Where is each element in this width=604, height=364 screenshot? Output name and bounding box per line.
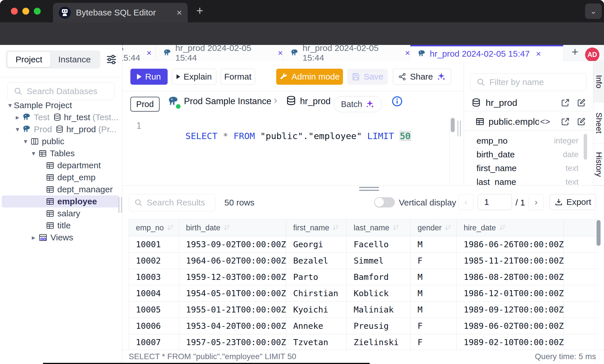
tree-item-dept-manager[interactable]: dept_manager [0,183,122,195]
browser-new-tab-button[interactable]: + [196,4,203,18]
column-header[interactable]: last_name [347,219,411,236]
editor-scrollbar-track[interactable] [449,117,456,185]
table-row[interactable]: 100051955-01-21T00:00:00ZKyoichiMaliniak… [129,302,599,318]
next-page-button[interactable]: › [529,194,544,210]
tree-settings-icon[interactable] [105,54,117,66]
tree-item-employee-selected[interactable]: employee [0,195,122,207]
tree-item-title[interactable]: title [0,219,122,232]
tree-item-tables-group[interactable]: ▾ Tables [0,147,122,159]
open-external-icon[interactable] [561,117,570,126]
tab-instance[interactable]: Instance [52,52,97,67]
panel-resize-handle[interactable] [457,120,461,138]
vertical-display-toggle[interactable] [374,197,395,207]
save-button[interactable]: Save [347,69,388,85]
edit-icon[interactable] [577,117,586,126]
tab-project[interactable]: Project [7,52,50,67]
column-row: emp_no integer [464,134,593,148]
tree-item-department[interactable]: department [0,159,122,171]
caret-right-icon[interactable]: ▸ [14,113,21,121]
environment-chip[interactable]: Prod [130,97,160,112]
edit-icon[interactable] [577,98,586,107]
worksheet-tab-1[interactable]: hr_prod 2024-02-05 15:44× [156,45,283,61]
search-results-input[interactable]: Search Results [129,194,215,211]
rail-tab-sheet[interactable]: Sheet [593,102,604,144]
avatar[interactable]: AD [585,48,599,62]
page-number-input[interactable]: 1 [478,194,512,210]
tree-item-dept-emp[interactable]: dept_emp [0,171,122,183]
open-external-icon[interactable] [561,98,570,107]
column-header[interactable]: birth_date [179,219,286,236]
window-minimize-button[interactable] [22,8,29,15]
format-button[interactable]: Format [221,69,255,85]
search-databases-input[interactable]: Search Databases [7,82,115,100]
admin-mode-button[interactable]: Admin mode [276,69,343,85]
sort-icon[interactable] [167,224,174,232]
rail-tab-info[interactable]: Info [593,61,604,102]
explain-button[interactable]: Explain [172,69,216,85]
database-name[interactable]: hr_prod [300,96,331,106]
table-icon [46,173,54,182]
caret-down-icon[interactable]: ▾ [6,101,14,109]
column-row: last_name text [464,175,593,185]
tree-item-hr-prod[interactable]: ▾ Prod hr_prod (Pr... [0,123,122,135]
code-icon[interactable]: <> [540,117,550,126]
sql-editor[interactable]: 1 SELECT * FROM "public"."employee" LIMI… [122,117,449,185]
results-resize-handle[interactable] [359,187,379,193]
tab-search-button[interactable]: ⌄ [585,3,602,19]
window-zoom-button[interactable] [34,8,41,15]
column-header[interactable]: gender [411,219,457,236]
run-button[interactable]: Run [130,69,168,85]
worksheet-tab-clipped[interactable]: 5 15:44× [122,45,156,61]
sort-icon[interactable] [392,224,400,232]
column-header[interactable]: hire_date [457,219,564,236]
table-row[interactable]: 100041954-05-01T00:00:00ZChirstianKoblic… [129,285,599,302]
caret-down-icon[interactable]: ▾ [22,137,29,145]
browser-tab-close-icon[interactable]: × [177,7,182,18]
tree-item-hr-test[interactable]: ▸ Test hr_test (Test... [0,111,122,123]
filter-by-name-input[interactable]: Filter by name [470,73,587,91]
caret-right-icon[interactable]: ▸ [30,234,37,242]
close-icon[interactable]: × [146,48,152,58]
close-icon[interactable]: × [405,48,410,58]
postgres-icon [290,48,299,58]
table-row[interactable]: 100031959-12-03T00:00:00ZPartoBamfordM19… [129,269,599,285]
sort-icon[interactable] [332,224,340,232]
new-worksheet-button[interactable]: + [572,46,578,58]
panel-scrollbar-thumb[interactable] [584,134,587,160]
prev-page-button[interactable]: ‹ [458,194,473,210]
sidebar-resize-handle[interactable] [118,197,122,214]
table-row[interactable]: 100071957-05-23T00:00:00ZTzvetanZielinsk… [129,334,599,351]
close-icon[interactable]: × [278,48,283,58]
info-icon[interactable] [392,96,403,107]
editor-scrollbar-thumb[interactable] [451,118,455,132]
sort-icon[interactable] [499,224,506,232]
instance-name[interactable]: Prod Sample Instance [184,96,271,106]
worksheet-tab-active[interactable]: hr_prod 2024-02-05 15:47× [410,45,563,61]
sort-icon[interactable] [223,224,231,232]
instance-postgres-icon [167,95,180,108]
rail-tab-history[interactable]: History [593,144,604,185]
column-header[interactable]: first_name [286,219,347,236]
tree-item-sample-project[interactable]: ▾ Sample Project [0,99,122,111]
export-button[interactable]: Export [550,194,596,210]
screen-bottom-edge [43,363,370,364]
table-row[interactable]: 100061953-04-20T00:00:00ZAnnekePreusigF1… [129,318,599,334]
results-scrollbar-thumb[interactable] [597,220,601,246]
tree-item-public-schema[interactable]: ▾ public [0,135,122,147]
share-button[interactable]: Share [393,69,451,85]
database-info-row: hr_prod [464,94,593,111]
window-close-button[interactable] [11,8,18,15]
table-row[interactable]: 100021964-06-02T00:00:00ZBezalelSimmelF1… [129,253,599,269]
sort-icon[interactable] [444,224,452,232]
table-row[interactable]: 100011953-09-02T00:00:00ZGeorgiFacelloM1… [129,236,599,253]
worksheet-tab-2[interactable]: hr_prod 2024-02-05 15:44× [283,45,410,61]
column-header[interactable]: emp_no [129,219,179,236]
close-icon[interactable]: × [536,49,541,59]
batch-mode-button[interactable]: Batch [334,96,382,112]
tree-item-views-group[interactable]: ▸ Views [0,232,122,244]
sql-statement: SELECT * FROM "public"."employee" LIMIT … [153,120,411,151]
browser-tab[interactable]: Bytebase SQL Editor × [53,3,188,22]
caret-down-icon[interactable]: ▾ [30,149,37,157]
tree-item-salary[interactable]: salary [0,207,122,219]
caret-down-icon[interactable]: ▾ [14,125,21,133]
